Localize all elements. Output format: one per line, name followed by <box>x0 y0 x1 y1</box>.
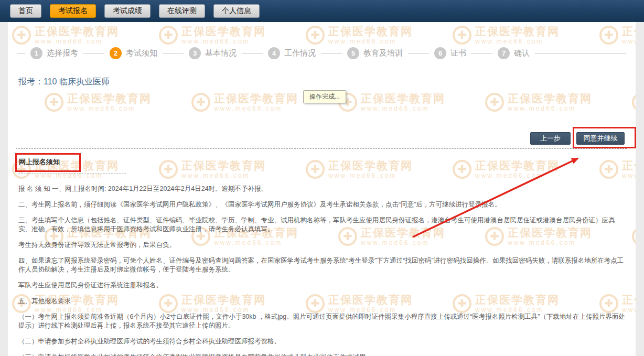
wizard-connector <box>321 53 342 53</box>
step-number-badge: 4 <box>268 47 280 59</box>
notice-paragraph: 四、如果遗忘了网报系统登录密码，可凭个人姓名、证件编号及密码查询问题答案，在国家… <box>18 256 627 274</box>
step-label: 基本情况 <box>205 48 237 58</box>
nav-personal-info[interactable]: 个人信息 <box>213 4 260 18</box>
wizard-connector <box>408 53 429 53</box>
dashed-divider <box>16 148 627 149</box>
wizard-connector <box>163 53 184 53</box>
step-label: 教育及培训 <box>363 48 403 58</box>
step-label: 确认 <box>514 48 530 58</box>
wizard-step-choose-exam: 1 选择报考 <box>30 47 78 59</box>
nav-exam-registration[interactable]: 考试报名 <box>50 4 96 18</box>
wizard-step-basic-info: 3 基本情况 <box>189 47 237 59</box>
step-number-badge: 6 <box>434 47 446 59</box>
notice-paragraph: （一）考生网上报名须提前准备近期（6个月内）小2寸白底证件照，文件小于30kb … <box>18 312 627 330</box>
notice-paragraph: 考生持无效身份证件导致无法正常报考的，后果自负。 <box>18 241 627 250</box>
apply-target-label: 报考：110 临床执业医师 <box>18 77 110 88</box>
step-wizard: 1 选择报考 2 考试须知 3 基本情况 4 工作情况 5 教育及培训 <box>17 46 626 60</box>
wizard-step-exam-notice: 2 考试须知 <box>110 47 157 59</box>
wizard-connector <box>535 53 626 53</box>
step-label: 选择报考 <box>47 48 78 58</box>
wizard-step-confirm: 7 确认 <box>498 47 530 59</box>
notice-paragraph: 三、考生填写个人信息（包括姓名、证件类型、证件编码、毕业院校、学历、学制、专业、… <box>18 216 627 234</box>
step-number-badge: 2 <box>110 47 122 59</box>
step-number-badge: 5 <box>347 47 359 59</box>
dashed-divider-short <box>18 174 126 174</box>
notice-paragraph: 二、考生网上报名前，须仔细阅读《国家医学考试网用户隐私政策》、《国家医学考试网用… <box>18 200 627 209</box>
nav-home[interactable]: 首页 <box>10 4 41 18</box>
step-label: 考试须知 <box>126 48 157 58</box>
wizard-step-education-training: 5 教育及培训 <box>347 47 403 59</box>
notice-paragraph: 报 名 须 知 一、网上报名时间: 2024年1月22日至2024年2月4日24… <box>18 185 627 193</box>
tooltip-operation-complete: 操作完成... <box>303 90 346 103</box>
wizard-connector <box>17 53 25 53</box>
wizard-connector <box>471 53 492 53</box>
nav-online-assessment[interactable]: 在线评测 <box>159 4 205 18</box>
wizard-step-work-info: 4 工作情况 <box>268 47 316 59</box>
notice-paragraph: 军队考生应使用居民身份证进行系统注册和报名。 <box>18 281 627 290</box>
notice-title: 网上报名须知 <box>19 157 60 167</box>
notice-paragraph: （三）申请参加短线医学专业加试的考生须符合临床类别执业医师报考资格且在院前急救岗… <box>18 353 627 356</box>
step-label: 工作情况 <box>284 48 316 58</box>
content-panel: ✚正保医学教育网www.med66.com✚正保医学教育网www.med66.c… <box>8 22 636 356</box>
prev-step-button[interactable]: 上一步 <box>530 132 571 145</box>
wizard-connector <box>83 53 104 53</box>
notice-paragraph: （二）申请参加乡村全科执业助理医师考试的考生须符合乡村全科执业助理医师报考资格。 <box>18 337 627 346</box>
wizard-step-certificate: 6 证书 <box>434 47 466 59</box>
nav-exam-scores[interactable]: 考试成绩 <box>104 4 151 18</box>
agree-continue-button[interactable]: 同意并继续 <box>576 132 625 145</box>
step-label: 证书 <box>450 48 466 58</box>
step-number-badge: 7 <box>498 47 510 59</box>
notice-paragraph: 五、其他报名要求 <box>18 297 627 306</box>
top-navbar: 首页 考试报名 考试成绩 在线评测 个人信息 <box>0 0 644 22</box>
wizard-connector <box>242 53 263 53</box>
notice-body: 报 名 须 知 一、网上报名时间: 2024年1月22日至2024年2月4日24… <box>18 185 627 356</box>
step-number-badge: 3 <box>189 47 201 59</box>
step-number-badge: 1 <box>30 47 42 59</box>
